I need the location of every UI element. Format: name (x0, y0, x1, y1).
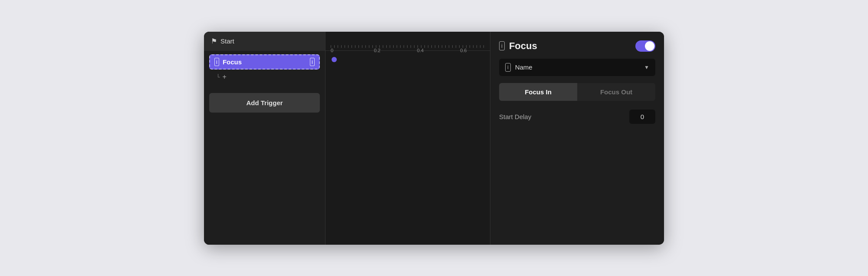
track-icon-left: i (214, 58, 219, 66)
focus-header-icon: i (499, 41, 505, 50)
add-sub-track-button[interactable]: + (223, 73, 227, 81)
focus-buttons-group: Focus In Focus Out (499, 83, 655, 101)
start-delay-row: Start Delay 0 (499, 108, 655, 126)
right-panel-header: i Focus (499, 40, 655, 52)
flag-icon: ⚑ (211, 37, 217, 45)
timeline-dot[interactable] (332, 57, 337, 62)
dropdown-arrow-icon: ▼ (644, 64, 649, 70)
sub-track-row: └ + (213, 71, 320, 83)
app-window: ⚑ Start i Focus i └ + Add Trigger 0 0.2 … (204, 32, 664, 245)
name-dropdown[interactable]: i Name ▼ (499, 59, 655, 76)
focus-title: Focus (509, 40, 537, 52)
ruler-mark-02: 0.2 (374, 48, 380, 53)
ruler-ticks (331, 45, 485, 48)
ruler-mark-06: 0.6 (460, 48, 467, 53)
focus-track-item[interactable]: i Focus i (209, 54, 320, 70)
right-header-left: i Focus (499, 40, 537, 52)
ruler-mark-04: 0.4 (417, 48, 424, 53)
name-dropdown-icon: i (505, 63, 511, 72)
track-icon-right: i (310, 58, 315, 66)
focus-in-button[interactable]: Focus In (499, 83, 577, 101)
dashed-corner-icon: └ (216, 74, 220, 80)
left-panel: ⚑ Start i Focus i └ + Add Trigger (204, 32, 326, 245)
ruler: 0 0.2 0.4 0.6 (326, 32, 490, 51)
ruler-mark-0: 0 (331, 48, 333, 53)
track-name: Focus (223, 58, 306, 66)
add-trigger-button[interactable]: Add Trigger (209, 93, 320, 113)
start-delay-value[interactable]: 0 (629, 110, 655, 124)
timeline-panel: 0 0.2 0.4 0.6 (326, 32, 490, 245)
focus-out-button[interactable]: Focus Out (577, 83, 655, 101)
start-delay-label: Start Delay (499, 113, 531, 120)
focus-toggle[interactable] (635, 40, 655, 52)
toggle-knob (645, 41, 654, 51)
name-dropdown-label: Name (515, 63, 640, 71)
start-header: ⚑ Start (204, 32, 325, 51)
start-label: Start (220, 37, 234, 45)
right-panel: i Focus i Name ▼ Focus In Focus Out Star… (490, 32, 664, 245)
tracks-area: i Focus i └ + (204, 51, 325, 86)
